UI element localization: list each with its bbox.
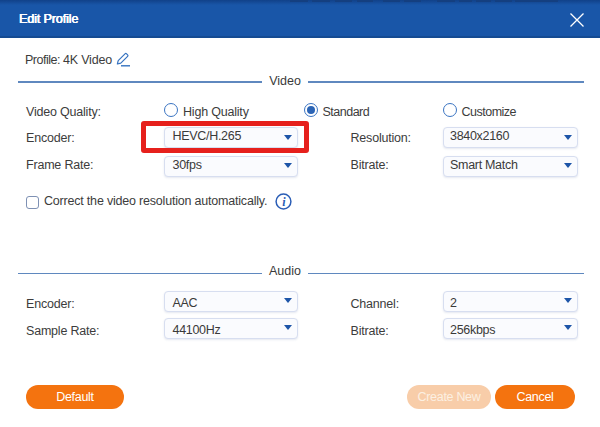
svg-text:i: i: [282, 195, 286, 209]
